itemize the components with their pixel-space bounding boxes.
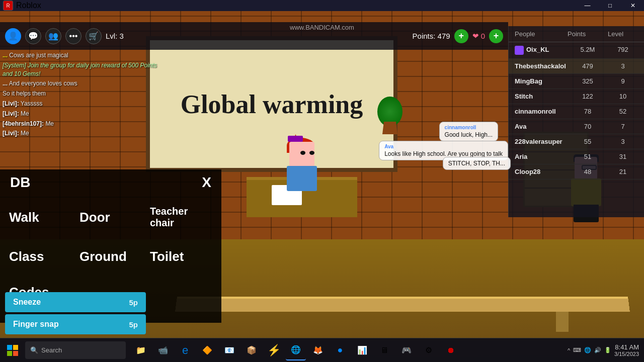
menu-item-class[interactable]: Class: [5, 239, 75, 275]
taskbar-video[interactable]: 📹: [153, 340, 173, 360]
chat-line-6: [Livi]: Me: [3, 110, 158, 118]
chat-sender: [Livi]:: [3, 130, 19, 137]
add-hearts-button[interactable]: +: [489, 29, 503, 43]
sneeze-label: Sneeze: [13, 298, 41, 307]
lb-row-8: Aria 51 31: [509, 149, 644, 164]
lb-level-9: 21: [608, 168, 638, 175]
chat-icon[interactable]: 💬: [25, 28, 41, 44]
tray-volume[interactable]: 🔊: [594, 347, 601, 353]
taskbar-tray: ^ ⌨ 🌐 🔊 🔋 8:41 AM 3/15/2023: [562, 343, 644, 357]
players-icon[interactable]: 👥: [45, 28, 61, 44]
lb-name-8: Aria: [515, 153, 568, 160]
finger-snap-cost: 5p: [129, 320, 138, 329]
close-button[interactable]: ✕: [621, 0, 644, 11]
whiteboard-text: Global warming: [181, 89, 363, 119]
menu-item-door[interactable]: Door: [75, 196, 146, 239]
shop-icon[interactable]: 🛒: [86, 28, 102, 44]
lb-name-5: cinnamonroll: [515, 108, 568, 115]
lb-row-7: 228valerasuper 55 3: [509, 134, 644, 149]
chat-line-7: [4behrsin107]: Me: [3, 120, 158, 128]
taskbar: 🔍 Search 📁 📹 e 🔶 📧 📦 ⚡ 🌐 🦊 ● 📊 🖥 🎮 ⚙ ⏺ ^…: [0, 338, 644, 362]
heart-count: 0: [481, 32, 485, 40]
taskbar-app-blue[interactable]: ●: [330, 340, 350, 360]
lb-name-7: 228valerasuper: [515, 138, 568, 145]
menu-close-button[interactable]: X: [202, 174, 211, 191]
taskbar-edge[interactable]: e: [175, 340, 195, 360]
whiteboard: Global warming: [146, 36, 397, 172]
hud-level: Lvl: 3: [106, 32, 124, 40]
titlebar-title: Roblox: [16, 1, 41, 10]
tray-network[interactable]: 🌐: [584, 347, 591, 353]
finger-snap-button[interactable]: Finger snap 5p: [5, 314, 146, 334]
taskbar-date: 3/15/2023: [614, 351, 639, 357]
tray-chevron[interactable]: ^: [568, 347, 570, 353]
lb-level-8: 31: [608, 153, 638, 160]
tray-keyboard: ⌨: [573, 347, 581, 353]
menu-item-teacher-chair[interactable]: Teacher chair: [146, 196, 216, 239]
plant-decoration: [382, 122, 397, 134]
tray-time[interactable]: 8:41 AM 3/15/2023: [614, 343, 639, 357]
finger-snap-label: Finger snap: [13, 320, 59, 329]
avatar-icon[interactable]: 👤: [5, 28, 21, 44]
taskbar-mail[interactable]: 📧: [219, 340, 239, 360]
bubble-text-2: Looks like High school. Are you going to…: [384, 150, 503, 157]
char-head: [289, 142, 314, 167]
taskbar-box[interactable]: 📦: [242, 340, 262, 360]
taskbar-search[interactable]: 🔍 Search: [25, 341, 126, 359]
menu-item-ground[interactable]: Ground: [75, 239, 146, 275]
taskbar-gamepad[interactable]: 🎮: [396, 340, 417, 360]
add-points-button[interactable]: +: [454, 29, 468, 43]
lb-level-3: 9: [608, 77, 638, 85]
lb-points-3: 325: [568, 77, 608, 85]
lb-points-5: 78: [568, 108, 608, 115]
more-icon[interactable]: •••: [65, 28, 82, 44]
lb-col-level: Level: [608, 30, 638, 38]
game-area: www.BANDICAM.com 👤 💬 👥 ••• 🛒 Lvl: 3 Poin…: [0, 11, 644, 362]
lb-row-4: Stitch 122 10: [509, 89, 644, 104]
leaderboard-panel: People Points Level Oix_KL 5.2M 792 Theb…: [508, 26, 644, 217]
lb-points-6: 70: [568, 123, 608, 130]
taskbar-app-purple[interactable]: ⚡: [264, 340, 284, 360]
titlebar: R Roblox — □ ✕: [0, 0, 644, 11]
sneeze-button[interactable]: Sneeze 5p: [5, 292, 146, 312]
maximize-button[interactable]: □: [599, 0, 621, 11]
tray-battery: 🔋: [604, 347, 611, 353]
taskbar-firefox[interactable]: 🦊: [308, 340, 328, 360]
lb-points-9: 48: [568, 168, 608, 175]
svg-rect-2: [7, 351, 12, 356]
taskbar-settings[interactable]: ⚙: [419, 340, 439, 360]
hud-bar: 👤 💬 👥 ••• 🛒 Lvl: 3 Points: 479 + ❤ 0 +: [0, 22, 508, 50]
lb-name-6: Ava: [515, 123, 568, 130]
menu-item-toilet[interactable]: Toilet: [146, 239, 216, 275]
sneeze-cost: 5p: [129, 298, 138, 307]
svg-rect-3: [13, 351, 18, 356]
chat-msg: Me: [45, 120, 54, 127]
taskbar-time: 8:41 AM: [614, 343, 639, 351]
lb-level-6: 7: [608, 123, 638, 130]
lb-points-8: 51: [568, 153, 608, 160]
lb-points-2: 479: [568, 62, 608, 70]
chat-msg: Me: [21, 110, 29, 117]
start-button[interactable]: [0, 338, 25, 363]
chat-line-4: So it helps them: [3, 89, 158, 98]
lb-name-4: Stitch: [515, 93, 568, 100]
chat-msg: So it helps them: [3, 90, 46, 97]
taskbar-chrome[interactable]: 🌐: [286, 340, 306, 360]
chat-sender: ...: [3, 80, 8, 87]
bubble-text-3: STITCH, STOP, TH...: [448, 160, 505, 167]
lb-col-points: Points: [568, 30, 608, 38]
taskbar-file-explorer[interactable]: 📁: [131, 340, 151, 360]
svg-rect-1: [13, 345, 18, 350]
chat-bubble-1: cinnamonroll Good luck, High...: [439, 122, 498, 141]
chat-msg: Me: [21, 130, 29, 137]
minimize-button[interactable]: —: [576, 0, 599, 11]
taskbar-monitor[interactable]: 🖥: [374, 340, 394, 360]
taskbar-app-red[interactable]: 🔶: [197, 340, 217, 360]
taskbar-chart[interactable]: 📊: [352, 340, 372, 360]
heart-icon: ❤: [472, 32, 479, 41]
chat-msg: And everyone loves cows: [9, 80, 77, 87]
menu-item-walk[interactable]: Walk: [5, 196, 75, 239]
chat-line-8: [Livi]: Me: [3, 129, 158, 138]
taskbar-record[interactable]: ⏺: [441, 340, 461, 360]
chat-line-3: ... And everyone loves cows: [3, 79, 158, 88]
